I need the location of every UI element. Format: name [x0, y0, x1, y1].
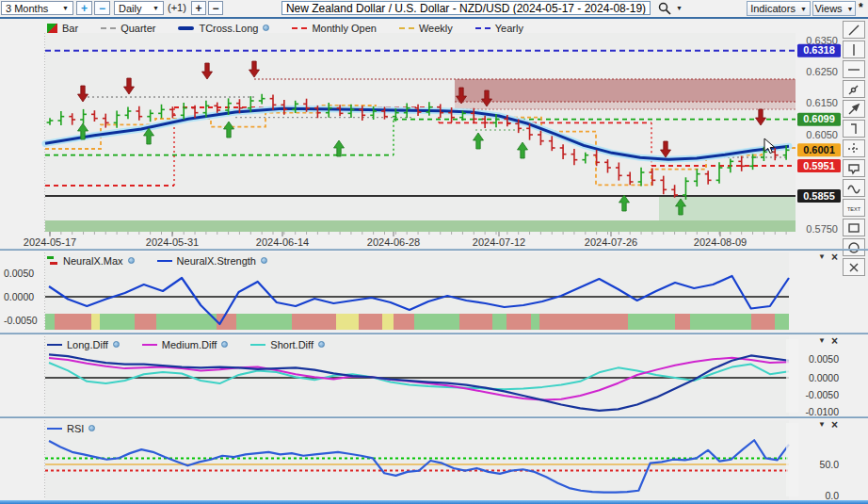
legend-item-tcross-long[interactable]: TCross.Long — [178, 23, 269, 34]
legend-label: Weekly — [419, 23, 453, 34]
legend-label: Yearly — [495, 23, 523, 34]
drawing-tool-wave[interactable] — [843, 179, 865, 197]
chart-title-input[interactable] — [281, 1, 651, 15]
bar-minus-button[interactable]: − — [208, 1, 223, 15]
drawing-tool-diagonal-line[interactable] — [843, 21, 865, 39]
legend-label: Medium.Diff — [162, 339, 217, 350]
neuralx-max-block — [531, 314, 539, 330]
panel-separator[interactable] — [0, 416, 868, 418]
panel-close-button[interactable]: × — [831, 419, 838, 431]
bar-plus-button[interactable]: + — [191, 1, 206, 15]
range-zoom-out-button[interactable]: − — [94, 1, 110, 15]
info-icon[interactable] — [261, 257, 267, 264]
neuralx-panel-legend: NeuralX.MaxNeuralX.Strength — [47, 254, 267, 267]
drawing-tool-text-label[interactable]: TEXT — [843, 199, 865, 217]
neuralx-max-block — [292, 314, 336, 330]
range-zoom-in-button[interactable]: + — [76, 1, 92, 15]
neuralx-max-block — [539, 314, 628, 330]
panel-right-margin — [786, 423, 798, 496]
line-swatch-icon — [157, 260, 172, 262]
price-badge-label: 0.5951 — [803, 160, 835, 171]
date-label: 2024-08-09 — [694, 236, 747, 248]
info-icon[interactable] — [221, 341, 228, 348]
drawing-toolbar: TEXT — [843, 21, 867, 276]
line-swatch-icon — [178, 26, 194, 30]
price-label: 0.6050 — [806, 129, 838, 140]
y-axis-label: -0.0050 — [805, 389, 839, 400]
chevron-down-icon[interactable]: ▼ — [676, 5, 683, 11]
panel-close-button[interactable]: × — [831, 252, 838, 263]
info-icon[interactable] — [128, 257, 135, 264]
horizontal-scrollbar[interactable] — [0, 500, 868, 504]
main-chart-canvas[interactable]: 0.63500.62500.61500.60500.57500.63180.60… — [0, 19, 868, 251]
price-axis: 0.63500.62500.61500.60500.57500.63180.60… — [797, 35, 841, 235]
y-axis-label: 0.0 — [825, 490, 839, 501]
info-icon[interactable] — [113, 341, 120, 348]
panel-separator[interactable] — [0, 249, 868, 251]
search-icon[interactable] — [658, 2, 671, 15]
favorite-star[interactable]: * — [859, 1, 863, 14]
legend-item-yearly[interactable]: Yearly — [475, 23, 523, 34]
price-badge-label: 0.5855 — [803, 190, 835, 202]
neuralx-max-block — [628, 314, 675, 330]
legend-item-bar[interactable]: Bar — [47, 23, 78, 34]
drawing-tool-arrow-marker[interactable] — [843, 100, 865, 118]
rsi-panel-canvas[interactable]: 50.00.0 — [0, 419, 868, 500]
panel-collapse-button[interactable]: ▼ — [818, 421, 826, 429]
vertical-line-icon — [846, 42, 861, 57]
svg-text:TEXT: TEXT — [847, 205, 861, 211]
text-label-icon: TEXT — [846, 201, 861, 216]
info-icon[interactable] — [318, 341, 325, 348]
y-axis-label: 0.0050 — [4, 268, 34, 279]
legend-item-monthly-open[interactable]: Monthly Open — [292, 23, 376, 34]
legend-label: NeuralX.Max — [63, 255, 123, 267]
legend-item-rsi[interactable]: RSI — [47, 423, 95, 434]
panel-separator[interactable] — [0, 333, 868, 334]
callout-icon — [846, 161, 861, 176]
line-swatch-icon — [47, 344, 62, 346]
legend-item-medium-diff[interactable]: Medium.Diff — [142, 339, 228, 350]
chevron-down-icon: ▼ — [847, 6, 854, 12]
drawing-tool-angle-line[interactable] — [843, 120, 865, 138]
panel-close-button[interactable]: × — [831, 335, 838, 347]
chevron-down-icon: ▼ — [153, 5, 159, 11]
range-dropdown[interactable]: 3 Months ▼ — [1, 1, 73, 15]
info-icon[interactable] — [88, 425, 95, 431]
info-icon[interactable] — [263, 24, 269, 31]
date-label: 2024-07-26 — [585, 236, 637, 248]
panel-collapse-button[interactable]: ▼ — [818, 337, 826, 345]
panel-collapse-button[interactable]: ▼ — [818, 253, 826, 261]
offset-label: (+1) — [168, 2, 186, 13]
views-button-label: Views — [814, 3, 842, 14]
drawing-tool-trend-ray[interactable] — [843, 80, 865, 98]
neuralx-max-block — [506, 314, 531, 330]
legend-item-neuralx-strength[interactable]: NeuralX.Strength — [157, 255, 267, 267]
drawing-tool-crosshair[interactable] — [843, 139, 865, 157]
period-dropdown[interactable]: Daily ▼ — [114, 1, 164, 15]
drawing-tool-callout[interactable] — [843, 159, 865, 177]
range-dropdown-value: 3 Months — [6, 3, 48, 14]
y-axis-label: 0.0000 — [4, 291, 34, 302]
legend-item-short-diff[interactable]: Short.Diff — [250, 339, 325, 350]
indicators-button[interactable]: Indicators ▼ — [747, 1, 811, 16]
indicators-button-label: Indicators — [750, 3, 796, 14]
search-control[interactable]: ▼ — [658, 1, 683, 15]
period-dropdown-value: Daily — [119, 3, 141, 14]
y-axis-label: 0.0050 — [809, 353, 839, 365]
neuralx-max-block — [156, 314, 217, 330]
legend-item-weekly[interactable]: Weekly — [399, 23, 453, 34]
drawing-tool-vertical-line[interactable] — [843, 41, 865, 58]
legend-label: RSI — [67, 423, 84, 434]
legend-item-quarter[interactable]: Quarter — [101, 23, 155, 34]
date-label: 2024-07-12 — [473, 236, 525, 248]
top-toolbar: 3 Months ▼ + − Daily ▼ (+1) + − ▼ Indica… — [0, 0, 868, 17]
views-button[interactable]: Views ▼ — [812, 1, 856, 16]
neuralx-max-block — [394, 314, 414, 330]
drawing-tool-horizontal-line[interactable] — [843, 60, 865, 78]
legend-item-long-diff[interactable]: Long.Diff — [47, 339, 120, 350]
legend-item-neuralx-max[interactable]: NeuralX.Max — [47, 255, 135, 267]
panel-right-margin — [786, 339, 798, 413]
dash-swatch-icon — [475, 27, 490, 29]
legend-label: Long.Diff — [67, 339, 108, 350]
drawing-tool-rectangle[interactable] — [843, 219, 865, 236]
